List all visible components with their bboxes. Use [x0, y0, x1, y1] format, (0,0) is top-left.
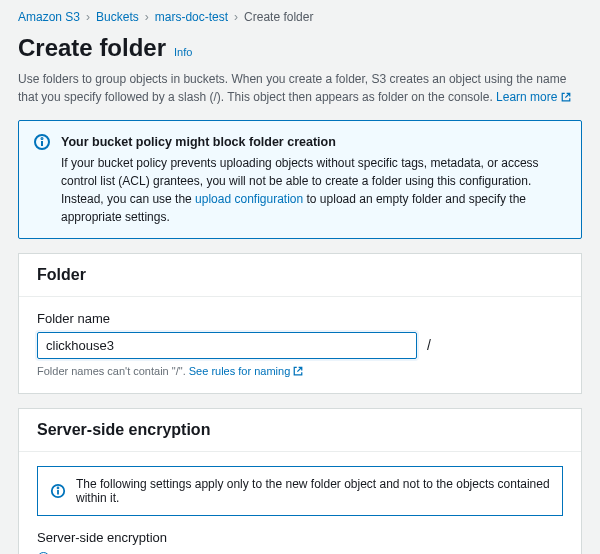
breadcrumb-root[interactable]: Amazon S3	[18, 10, 80, 24]
learn-more-link[interactable]: Learn more	[496, 90, 571, 104]
page-intro: Use folders to group objects in buckets.…	[18, 70, 582, 106]
folder-name-input[interactable]	[37, 332, 417, 359]
folder-name-label: Folder name	[37, 311, 563, 326]
chevron-right-icon: ›	[234, 10, 238, 24]
folder-slash: /	[427, 337, 431, 353]
policy-block-alert: Your bucket policy might block folder cr…	[18, 120, 582, 239]
info-icon	[50, 483, 66, 499]
page-title-text: Create folder	[18, 34, 166, 62]
sse-panel-title: Server-side encryption	[19, 409, 581, 452]
alert-title: Your bucket policy might block folder cr…	[61, 133, 567, 152]
naming-rules-text: See rules for naming	[189, 365, 291, 377]
info-link[interactable]: Info	[174, 46, 192, 58]
breadcrumb-bucket[interactable]: mars-doc-test	[155, 10, 228, 24]
page-title: Create folder Info	[18, 34, 582, 62]
learn-more-text: Learn more	[496, 90, 557, 104]
folder-hint: Folder names can't contain "/".	[37, 365, 189, 377]
naming-rules-link[interactable]: See rules for naming	[189, 365, 304, 377]
info-icon	[33, 133, 51, 226]
sse-panel: Server-side encryption The following set…	[18, 408, 582, 554]
svg-point-5	[58, 487, 59, 488]
sse-info-box: The following settings apply only to the…	[37, 466, 563, 516]
chevron-right-icon: ›	[86, 10, 90, 24]
sse-info-text: The following settings apply only to the…	[76, 477, 550, 505]
breadcrumb: Amazon S3 › Buckets › mars-doc-test › Cr…	[18, 10, 582, 24]
folder-panel-title: Folder	[19, 254, 581, 297]
intro-text: Use folders to group objects in buckets.…	[18, 72, 566, 104]
folder-panel: Folder Folder name / Folder names can't …	[18, 253, 582, 394]
external-link-icon	[293, 366, 303, 376]
breadcrumb-buckets[interactable]: Buckets	[96, 10, 139, 24]
chevron-right-icon: ›	[145, 10, 149, 24]
upload-config-link[interactable]: upload configuration	[195, 192, 303, 206]
svg-point-2	[42, 138, 43, 139]
sse-group-label: Server-side encryption	[37, 530, 563, 545]
breadcrumb-current: Create folder	[244, 10, 313, 24]
external-link-icon	[561, 92, 571, 102]
